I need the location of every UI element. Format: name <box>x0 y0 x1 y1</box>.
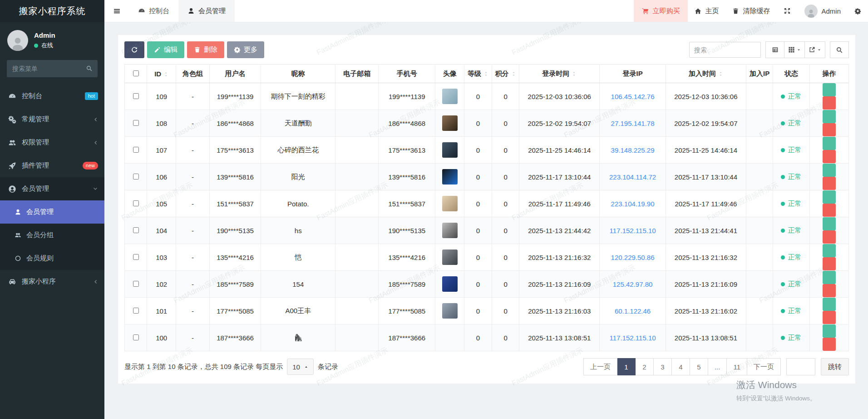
menu-search-input[interactable] <box>7 60 98 77</box>
cell-username: 135****4216 <box>210 244 261 271</box>
login-ip-link[interactable]: 223.104.19.90 <box>611 200 655 208</box>
sidebar-item-dashboard[interactable]: 控制台 hot <box>0 85 104 108</box>
user-avatar-image[interactable] <box>442 142 458 158</box>
login-ip-link[interactable]: 39.148.225.29 <box>611 146 655 154</box>
row-delete-button[interactable] <box>823 150 836 163</box>
page-size-select[interactable]: 10 <box>287 359 314 375</box>
row-edit-button[interactable] <box>823 164 836 177</box>
row-checkbox[interactable] <box>133 93 139 99</box>
user-avatar-image[interactable] <box>442 196 458 211</box>
row-edit-button[interactable] <box>823 271 836 284</box>
col-login-time[interactable]: 登录时间 <box>519 65 600 83</box>
row-delete-button[interactable] <box>823 96 836 110</box>
page-jump-button[interactable]: 跳转 <box>821 358 849 375</box>
tab-member-manage[interactable]: 会员管理 <box>178 0 235 22</box>
next-page-button[interactable]: 下一页 <box>747 358 781 375</box>
user-avatar-image[interactable] <box>442 249 458 265</box>
prev-page-button[interactable]: 上一页 <box>583 358 617 375</box>
sidebar-item-auth[interactable]: 权限管理 <box>0 131 104 154</box>
sidebar-item-member-groups[interactable]: 会员分组 <box>0 224 104 247</box>
row-delete-button[interactable] <box>823 204 836 217</box>
row-delete-button[interactable] <box>823 284 836 297</box>
row-delete-button[interactable] <box>823 123 836 136</box>
sidebar-toggle-button[interactable] <box>104 0 129 22</box>
page-button-2[interactable]: 2 <box>636 358 654 375</box>
row-edit-button[interactable] <box>823 83 836 96</box>
row-delete-button[interactable] <box>823 311 836 324</box>
row-edit-button[interactable] <box>823 298 836 311</box>
page-jump-input[interactable] <box>786 358 815 375</box>
login-ip-link[interactable]: 60.1.122.46 <box>615 307 651 315</box>
row-checkbox[interactable] <box>133 254 139 260</box>
page-button-5[interactable]: 5 <box>690 358 708 375</box>
row-edit-button[interactable] <box>823 244 836 257</box>
user-avatar-image[interactable] <box>442 169 458 185</box>
more-button[interactable]: 更多 <box>227 41 264 58</box>
edit-button[interactable]: 编辑 <box>147 41 184 58</box>
col-level[interactable]: 等级 <box>464 65 492 83</box>
row-edit-button[interactable] <box>823 137 836 150</box>
row-checkbox[interactable] <box>133 200 139 206</box>
detail-view-button[interactable] <box>765 41 784 58</box>
row-checkbox[interactable] <box>133 227 139 233</box>
row-checkbox[interactable] <box>133 174 139 180</box>
row-checkbox[interactable] <box>133 147 139 153</box>
col-id[interactable]: ID <box>147 65 176 83</box>
row-checkbox[interactable] <box>133 120 139 126</box>
select-all-checkbox[interactable] <box>133 70 139 76</box>
row-select-cell <box>125 83 147 110</box>
sidebar-item-addons[interactable]: 插件管理 new <box>0 154 104 177</box>
sidebar-item-member-manage[interactable]: 会员管理 <box>0 200 104 224</box>
row-checkbox[interactable] <box>133 281 139 287</box>
col-join-time[interactable]: 加入时间 <box>666 65 746 83</box>
login-ip-link[interactable]: 120.229.50.86 <box>611 254 655 261</box>
clear-cache-button[interactable]: 清除缓存 <box>725 0 777 22</box>
row-edit-button[interactable] <box>823 190 836 204</box>
row-delete-button[interactable] <box>823 230 836 244</box>
table-search-input[interactable] <box>689 42 761 58</box>
delete-button[interactable]: 删除 <box>187 41 224 58</box>
settings-button[interactable] <box>848 0 868 22</box>
row-delete-button[interactable] <box>823 257 836 270</box>
row-edit-button[interactable] <box>823 217 836 230</box>
row-edit-button[interactable] <box>823 110 836 123</box>
refresh-button[interactable] <box>124 41 144 58</box>
fullscreen-button[interactable] <box>777 0 798 22</box>
page-button-1[interactable]: 1 <box>617 358 636 375</box>
cell-avatar <box>435 271 464 298</box>
page-button-4[interactable]: 4 <box>672 358 690 375</box>
buy-now-button[interactable]: 立即购买 <box>634 0 688 22</box>
sidebar-item-member-group[interactable]: 会员管理 <box>0 177 104 200</box>
status-badge: 正常 <box>788 200 801 207</box>
row-checkbox[interactable] <box>133 334 139 340</box>
search-toggle-button[interactable] <box>830 41 849 58</box>
login-ip-link[interactable]: 125.42.97.80 <box>613 280 653 288</box>
page-button-3[interactable]: 3 <box>654 358 672 375</box>
user-avatar-image[interactable] <box>442 276 458 292</box>
cell-login-time: 2025-11-13 21:16:32 <box>519 244 600 271</box>
sidebar-item-miniprogram[interactable]: 搬家小程序 <box>0 270 104 293</box>
sidebar-item-general[interactable]: 常规管理 <box>0 108 104 131</box>
page-button-11[interactable]: 11 <box>727 358 747 375</box>
user-avatar-image[interactable] <box>442 223 458 238</box>
export-button[interactable] <box>805 41 825 58</box>
user-avatar-image[interactable] <box>442 303 458 319</box>
page-button-...[interactable]: ... <box>708 358 727 375</box>
columns-button[interactable] <box>784 41 805 58</box>
user-menu[interactable]: Admin <box>798 0 848 22</box>
login-ip-link[interactable]: 223.104.114.72 <box>609 173 656 181</box>
tab-dashboard[interactable]: 控制台 <box>129 0 178 22</box>
user-avatar-image[interactable] <box>442 89 458 104</box>
row-edit-button[interactable] <box>823 324 836 338</box>
login-ip-link[interactable]: 117.152.115.10 <box>610 227 656 234</box>
row-delete-button[interactable] <box>823 177 836 190</box>
row-checkbox[interactable] <box>133 308 139 314</box>
home-button[interactable]: 主页 <box>688 0 725 22</box>
sidebar-item-member-rules[interactable]: 会员规则 <box>0 247 104 270</box>
login-ip-link[interactable]: 106.45.142.76 <box>611 93 655 100</box>
user-avatar-image[interactable] <box>442 115 458 131</box>
login-ip-link[interactable]: 117.152.115.10 <box>610 334 656 342</box>
login-ip-link[interactable]: 27.195.141.78 <box>611 120 655 127</box>
col-score[interactable]: 积分 <box>492 65 519 83</box>
row-delete-button[interactable] <box>823 338 836 351</box>
